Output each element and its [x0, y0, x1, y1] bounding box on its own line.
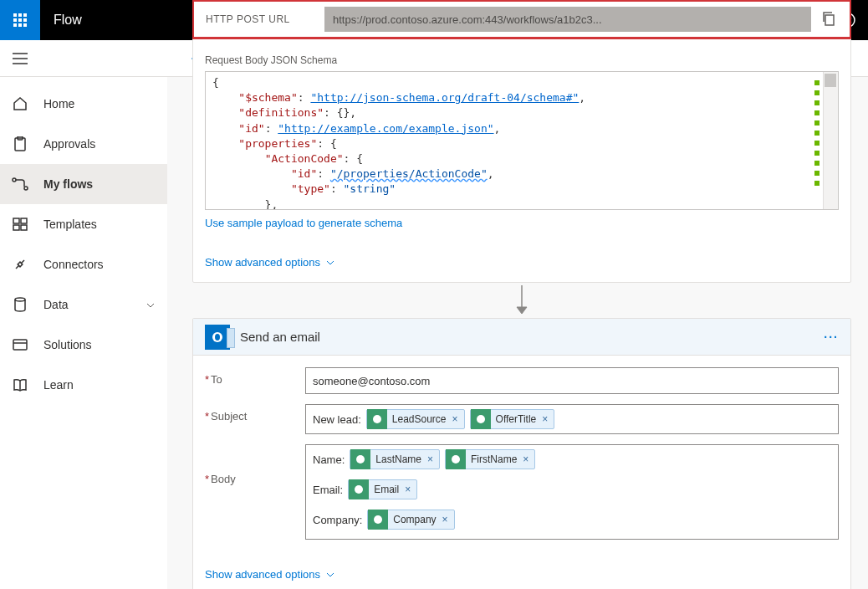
sidebar-item-label: Connectors: [43, 258, 104, 271]
clipboard-icon: [12, 136, 28, 152]
http-url-label: HTTP POST URL: [206, 13, 314, 25]
http-advanced-options-link[interactable]: Show advanced options: [205, 249, 839, 279]
email-card-header[interactable]: Send an email ···: [193, 319, 850, 356]
sidebar-item-approvals[interactable]: Approvals: [0, 124, 167, 164]
remove-token-button[interactable]: ×: [447, 413, 464, 425]
remove-token-button[interactable]: ×: [517, 453, 534, 465]
dynamic-content-icon: [471, 409, 491, 429]
dynamic-content-icon: [367, 409, 387, 429]
svg-point-35: [477, 415, 485, 423]
scrollbar[interactable]: [823, 72, 838, 209]
sidebar-item-label: Data: [43, 298, 69, 311]
templates-icon: [12, 216, 28, 233]
svg-point-19: [24, 187, 28, 190]
sidebar-item-label: Home: [43, 97, 74, 110]
sidebar-item-home[interactable]: Home: [0, 84, 167, 124]
token-company[interactable]: Company×: [367, 510, 454, 530]
svg-point-25: [15, 298, 25, 301]
http-card: HTTP POST URL https://prod.contoso.azure…: [192, 0, 851, 283]
sidebar-item-my-flows[interactable]: My flows: [0, 164, 167, 204]
to-label: *To: [205, 367, 305, 386]
svg-rect-23: [21, 225, 27, 230]
dynamic-content-icon: [350, 449, 370, 469]
hamburger-button[interactable]: [0, 40, 40, 77]
body-input[interactable]: Name: LastName× FirstName× Email: Email×…: [305, 444, 839, 540]
schema-label: Request Body JSON Schema: [205, 49, 839, 71]
token-lastname[interactable]: LastName×: [350, 449, 440, 469]
sidebar-item-connectors[interactable]: Connectors: [0, 244, 167, 284]
data-icon: [12, 296, 28, 313]
svg-rect-2: [23, 13, 27, 17]
to-input[interactable]: someone@contoso.com: [305, 367, 839, 394]
body-label: *Body: [205, 444, 305, 485]
svg-rect-4: [18, 18, 22, 22]
svg-point-36: [356, 455, 365, 464]
svg-rect-20: [13, 218, 19, 223]
card-menu-button[interactable]: ···: [824, 330, 839, 344]
email-card-title: Send an email: [240, 330, 320, 344]
svg-rect-3: [13, 18, 17, 22]
token-email[interactable]: Email×: [348, 479, 417, 499]
subject-input[interactable]: New lead: LeadSource× OfferTitle×: [305, 404, 839, 434]
svg-rect-0: [13, 13, 17, 17]
subject-label: *Subject: [205, 404, 305, 423]
email-advanced-options-link[interactable]: Show advanced options: [205, 561, 839, 589]
flow-icon: [12, 176, 28, 192]
connectors-icon: [12, 256, 28, 273]
chevron-down-icon: [325, 571, 335, 578]
sidebar-item-solutions[interactable]: Solutions: [0, 325, 167, 365]
dynamic-content-icon: [368, 510, 388, 530]
token-firstname[interactable]: FirstName×: [445, 449, 535, 469]
sidebar-item-label: Templates: [43, 218, 97, 231]
brand-name: Flow: [40, 13, 82, 28]
sidebar: Home Approvals My flows Templates Connec…: [0, 77, 167, 589]
connector-arrow: [192, 283, 851, 318]
chevron-down-icon: [325, 259, 335, 266]
svg-rect-6: [13, 23, 17, 27]
dynamic-content-icon: [446, 449, 466, 469]
http-post-url-row: HTTP POST URL https://prod.contoso.azure…: [192, 0, 851, 39]
email-card: Send an email ··· *To someone@contoso.co…: [192, 318, 851, 589]
svg-rect-29: [825, 15, 834, 25]
sidebar-item-learn[interactable]: Learn: [0, 365, 167, 405]
svg-point-37: [452, 455, 460, 464]
remove-token-button[interactable]: ×: [421, 453, 439, 465]
svg-rect-1: [18, 13, 22, 17]
svg-rect-5: [23, 18, 27, 22]
copy-button[interactable]: [821, 11, 838, 28]
sidebar-item-data[interactable]: Data: [0, 284, 167, 325]
svg-rect-22: [13, 225, 19, 230]
svg-marker-31: [517, 307, 527, 314]
remove-token-button[interactable]: ×: [536, 413, 554, 425]
sidebar-item-label: Approvals: [43, 137, 95, 151]
chevron-down-icon: [146, 298, 156, 311]
sidebar-item-templates[interactable]: Templates: [0, 204, 167, 244]
sidebar-item-label: Solutions: [43, 338, 92, 351]
remove-token-button[interactable]: ×: [399, 484, 416, 495]
solutions-icon: [12, 336, 28, 353]
svg-rect-21: [21, 218, 27, 223]
token-offertitle[interactable]: OfferTitle×: [470, 409, 555, 429]
app-launcher-button[interactable]: [0, 0, 40, 40]
dynamic-content-icon: [349, 479, 369, 499]
svg-rect-8: [23, 23, 27, 27]
svg-point-39: [374, 515, 382, 524]
svg-point-33: [215, 334, 220, 341]
home-icon: [12, 95, 28, 112]
book-icon: [12, 376, 28, 393]
svg-rect-7: [18, 23, 22, 27]
http-url-value[interactable]: https://prod.contoso.azure.com:443/workf…: [324, 7, 811, 32]
svg-point-34: [373, 415, 381, 423]
sidebar-item-label: Learn: [43, 378, 74, 392]
token-leadsource[interactable]: LeadSource×: [366, 409, 465, 429]
svg-rect-26: [13, 340, 27, 350]
json-schema-editor[interactable]: { "$schema": "http://json-schema.org/dra…: [205, 71, 839, 210]
outlook-icon: [205, 325, 230, 350]
sidebar-item-label: My flows: [43, 177, 93, 191]
svg-point-38: [355, 485, 363, 494]
svg-point-18: [13, 178, 16, 182]
sample-payload-link[interactable]: Use sample payload to generate schema: [205, 210, 839, 239]
remove-token-button[interactable]: ×: [437, 514, 454, 525]
